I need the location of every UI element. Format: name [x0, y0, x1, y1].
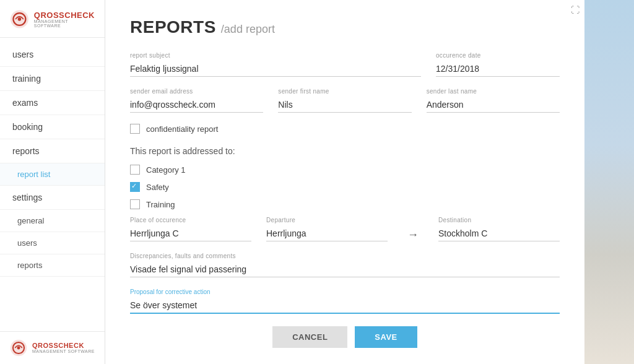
report-subject-label: report subject: [130, 52, 421, 59]
sidebar-item-users[interactable]: users: [0, 43, 105, 67]
sender-last-name-input[interactable]: [427, 97, 560, 113]
arrow-icon: →: [402, 228, 423, 241]
sidebar: QROSSCHECK MANAGEMENT SOFTWARE users tra…: [0, 0, 105, 364]
svg-point-5: [17, 347, 20, 350]
form-row-proposal: Proposal for corrective action: [130, 288, 560, 314]
page-title-main: REPORTS: [130, 17, 216, 37]
report-subject-input[interactable]: [130, 61, 421, 77]
bottom-logo-text: QROSSCHECK MANAGEMENT SOFTWARE: [32, 342, 95, 353]
destination-input[interactable]: [438, 226, 560, 241]
confidentiality-row: confidentiality report: [130, 124, 560, 134]
form-buttons: CANCEL SAVE: [130, 326, 560, 354]
sidebar-item-exams[interactable]: exams: [0, 91, 105, 115]
departure-label: Departure: [266, 217, 388, 223]
field-sender-last-name: sender last name: [427, 88, 560, 113]
addressed-to-text: This report is addressed to:: [130, 146, 560, 156]
sender-email-label: sender email address: [130, 88, 263, 95]
field-occurrence-date: occurence date: [436, 52, 560, 77]
category1-label: Category 1: [146, 165, 186, 175]
sidebar-item-reports[interactable]: reports: [0, 139, 105, 163]
sidebar-subitem-settings-users[interactable]: users: [0, 232, 105, 254]
bottom-brand-name: QROSSCHECK: [32, 342, 95, 349]
main-nav: users training exams booking reports rep…: [0, 38, 105, 331]
page-title-sub: /add report: [221, 23, 275, 36]
brand-sub: MANAGEMENT SOFTWARE: [34, 19, 95, 28]
occurrence-date-label: occurence date: [436, 52, 560, 59]
field-discrepancies: Discrepancies, faults and comments: [130, 253, 560, 277]
form-row-1: report subject occurence date: [130, 52, 560, 77]
training-label: Training: [146, 200, 175, 209]
sidebar-subitem-settings-reports[interactable]: reports: [0, 254, 105, 277]
maximize-button[interactable]: ⛶: [571, 5, 580, 15]
sidebar-item-booking[interactable]: booking: [0, 115, 105, 139]
field-sender-email: sender email address: [130, 88, 263, 113]
proposal-input[interactable]: [130, 298, 560, 314]
sidebar-subitem-report-list[interactable]: report list: [0, 163, 105, 186]
logo-text: QROSSCHECK MANAGEMENT SOFTWARE: [34, 11, 95, 28]
place-input[interactable]: [130, 226, 251, 241]
place-label: Place of occurence: [130, 217, 251, 223]
proposal-label: Proposal for corrective action: [130, 288, 560, 295]
field-place-of-occurrence: Place of occurence: [130, 217, 251, 241]
logo-area: QROSSCHECK MANAGEMENT SOFTWARE: [0, 0, 105, 38]
field-report-subject: report subject: [130, 52, 421, 77]
safety-checkbox[interactable]: [130, 182, 140, 192]
field-sender-first-name: sender first name: [278, 88, 411, 113]
discrepancies-input[interactable]: [130, 262, 560, 277]
departure-input[interactable]: [266, 226, 388, 241]
main-content: ⛶ REPORTS /add report report subject occ…: [105, 0, 584, 364]
field-departure: Departure: [266, 217, 388, 241]
confidentiality-label: confidentiality report: [146, 124, 218, 134]
form-row-location: Place of occurence Departure → Destinati…: [130, 217, 560, 241]
page-title-area: REPORTS /add report: [130, 17, 560, 37]
save-button[interactable]: SAVE: [355, 326, 417, 348]
category-row-training: Training: [130, 199, 560, 209]
training-checkbox[interactable]: [130, 199, 140, 209]
cancel-button[interactable]: CANCEL: [272, 326, 347, 348]
logo-icon: [10, 9, 29, 30]
sender-first-name-input[interactable]: [278, 97, 411, 113]
safety-label: Safety: [146, 183, 169, 192]
sidebar-item-training[interactable]: training: [0, 67, 105, 91]
destination-label: Destination: [438, 217, 560, 223]
discrepancies-label: Discrepancies, faults and comments: [130, 253, 560, 259]
category-row-safety: Safety: [130, 182, 560, 192]
sidebar-subitem-general[interactable]: general: [0, 210, 105, 232]
sidebar-item-settings[interactable]: settings: [0, 186, 105, 210]
bottom-logo-icon: [10, 339, 27, 357]
category1-checkbox[interactable]: [130, 165, 140, 175]
form-row-discrepancies: Discrepancies, faults and comments: [130, 253, 560, 277]
occurrence-date-input[interactable]: [436, 61, 560, 77]
confidentiality-checkbox[interactable]: [130, 124, 140, 134]
field-destination: Destination: [438, 217, 560, 241]
sender-last-name-label: sender last name: [427, 88, 560, 95]
sender-email-input[interactable]: [130, 97, 263, 113]
background-area: [584, 0, 634, 364]
field-proposal: Proposal for corrective action: [130, 288, 560, 314]
form-row-2: sender email address sender first name s…: [130, 88, 560, 113]
brand-name: QROSSCHECK: [34, 11, 95, 19]
bottom-logo: QROSSCHECK MANAGEMENT SOFTWARE: [0, 331, 105, 364]
bottom-brand-sub: MANAGEMENT SOFTWARE: [32, 349, 95, 353]
sender-first-name-label: sender first name: [278, 88, 411, 95]
svg-point-2: [18, 17, 21, 20]
category-row-1: Category 1: [130, 165, 560, 175]
